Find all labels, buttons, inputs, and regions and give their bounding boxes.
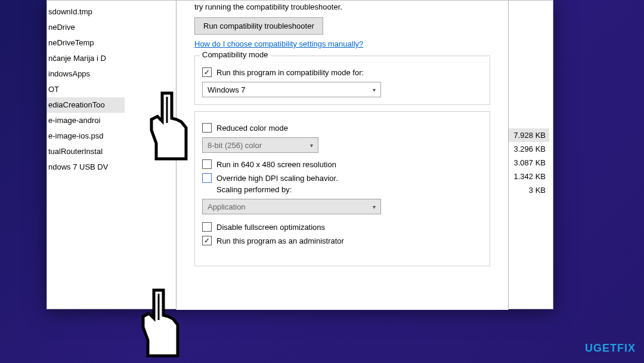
file-item[interactable]: OT — [47, 82, 125, 97]
properties-dialog: try running the compatibility troublesho… — [176, 1, 509, 310]
color-mode-select[interactable]: 8-bit (256) color ▾ — [202, 137, 318, 153]
file-item[interactable]: e-image-androi — [47, 113, 125, 128]
file-name: ndows 7 USB DV — [48, 161, 108, 174]
file-item[interactable]: e-image-ios.psd — [47, 128, 125, 144]
file-item[interactable]: tualRouterInstal — [47, 144, 125, 159]
chevron-down-icon: ▾ — [373, 87, 376, 93]
compat-os-select[interactable]: Windows 7 ▾ — [202, 82, 381, 97]
compatibility-mode-group: Compatibility mode Run this program in c… — [194, 56, 490, 105]
file-item[interactable]: neDriveTemp — [47, 35, 125, 51]
file-name: neDriveTemp — [48, 36, 94, 50]
dpi-select[interactable]: Application ▾ — [202, 199, 381, 214]
file-item[interactable]: indowsApps — [47, 66, 125, 82]
file-item[interactable]: sdownId.tmp — [47, 4, 125, 20]
dpi-checkbox[interactable] — [202, 173, 212, 183]
file-size: 3.296 KB — [504, 142, 549, 156]
reduced-color-label: Reduced color mode — [216, 122, 288, 134]
file-item[interactable]: ndows 7 USB DV — [47, 159, 125, 175]
file-item-selected[interactable]: ediaCreationToo — [47, 97, 125, 113]
res640-checkbox[interactable] — [202, 159, 212, 169]
select-value: 8-bit (256) color — [208, 141, 262, 150]
file-item[interactable]: neDrive — [47, 20, 125, 35]
file-name: neDrive — [48, 21, 75, 34]
settings-group: Settings Reduced color mode 8-bit (256) … — [194, 111, 490, 266]
file-size: 7.928 KB — [504, 128, 549, 142]
watermark: UGETFIX — [585, 342, 636, 355]
file-name: tualRouterInstal — [48, 145, 103, 158]
intro-text: try running the compatibility troublesho… — [194, 1, 490, 16]
compat-mode-label: Run this program in compatibility mode f… — [216, 67, 364, 78]
file-name: ediaCreationToo — [48, 99, 105, 112]
file-size: 3.087 KB — [504, 156, 549, 170]
admin-label: Run this program as an administrator — [216, 235, 344, 247]
file-name: e-image-androi — [48, 114, 100, 127]
file-name: OT — [48, 83, 59, 96]
chevron-down-icon: ▾ — [373, 204, 376, 210]
help-link[interactable]: How do I choose compatibility settings m… — [194, 39, 363, 48]
file-name: indowsApps — [48, 67, 90, 81]
run-troubleshooter-button[interactable]: Run compatibility troubleshooter — [194, 17, 323, 35]
fullscreen-checkbox[interactable] — [202, 222, 212, 232]
file-item[interactable]: nčanje Marija i D — [47, 51, 125, 66]
file-list: sdownId.tmp neDrive neDriveTemp nčanje M… — [47, 1, 125, 309]
size-column: 7.928 KB 3.296 KB 3.087 KB 1.342 KB 3 KB — [504, 128, 549, 197]
res640-label: Run in 640 x 480 screen resolution — [216, 159, 336, 170]
chevron-down-icon: ▾ — [310, 142, 313, 149]
select-value: Application — [208, 202, 246, 211]
admin-checkbox[interactable] — [202, 236, 212, 245]
fullscreen-label: Disable fullscreen optimizations — [216, 222, 325, 233]
explorer-window: sdownId.tmp neDrive neDriveTemp nčanje M… — [47, 0, 553, 309]
dpi-label: Override high DPI scaling behavior. Scal… — [216, 173, 338, 195]
file-size: 3 KB — [504, 183, 549, 197]
file-name: e-image-ios.psd — [48, 130, 104, 143]
group-label: Compatibility mode — [200, 50, 271, 59]
file-name: sdownId.tmp — [48, 5, 92, 19]
reduced-color-checkbox[interactable] — [202, 123, 212, 133]
compat-mode-checkbox[interactable] — [202, 67, 212, 77]
file-size: 1.342 KB — [504, 170, 549, 183]
file-name: nčanje Marija i D — [48, 52, 106, 65]
select-value: Windows 7 — [208, 85, 246, 94]
